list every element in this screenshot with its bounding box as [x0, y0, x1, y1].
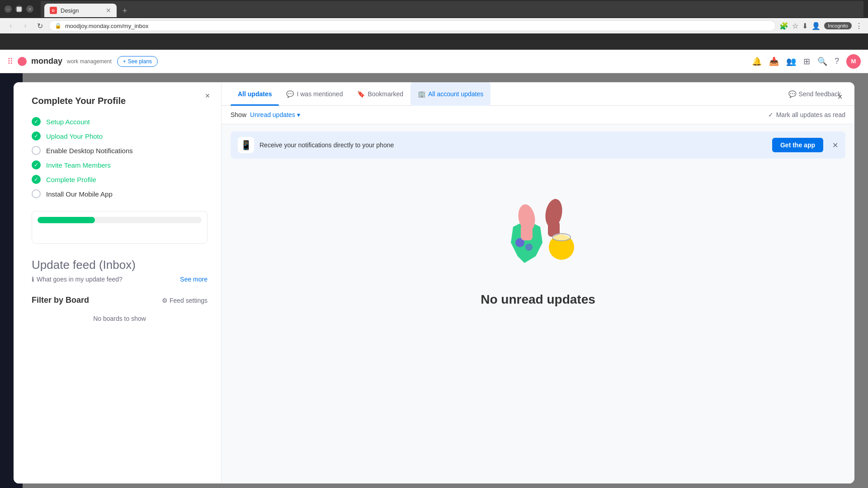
address-text: moodjoy.monday.com/my_inbox	[65, 23, 149, 29]
no-updates-title: No unread updates	[481, 292, 595, 307]
filter-bar: Show Unread updates ▾ ✓ Mark all updates…	[222, 106, 854, 124]
right-panel: All updates 💬 I was mentioned 🔖 Bookmark…	[222, 82, 854, 483]
panel-close-button[interactable]: ×	[201, 89, 214, 102]
menu-icon[interactable]: ⋮	[855, 22, 863, 30]
user-avatar[interactable]: M	[846, 54, 861, 69]
bookmarked-tab-icon: 🔖	[357, 90, 365, 98]
see-plans-label: See plans	[128, 58, 152, 65]
tab-all-updates-label: All updates	[238, 90, 272, 98]
see-more-link[interactable]: See more	[180, 276, 208, 283]
grid-icon[interactable]: ⊞	[803, 56, 810, 66]
show-label: Show	[231, 111, 246, 118]
see-plans-plus-icon: +	[123, 58, 126, 65]
progress-container	[32, 211, 208, 244]
account-tab-icon: 🏢	[418, 90, 425, 98]
check-icon-photo: ✓	[32, 131, 41, 141]
check-item-setup[interactable]: ✓ Setup Account	[32, 117, 208, 126]
maximize-button[interactable]: ⬜	[15, 5, 23, 13]
no-boards-text: No boards to show	[32, 310, 208, 327]
profile-icon[interactable]: 👤	[811, 22, 821, 30]
check-label-photo: Upload Your Photo	[46, 132, 103, 140]
back-button[interactable]: ‹	[5, 20, 16, 31]
filter-dropdown[interactable]: Unread updates ▾	[250, 111, 300, 118]
check-label-invite: Invite Team Members	[46, 161, 111, 169]
search-icon[interactable]: 🔍	[817, 56, 827, 66]
update-feed-info-link[interactable]: ℹ What goes in my update feed?	[32, 276, 123, 283]
check-label-setup: Setup Account	[46, 118, 90, 126]
filter-board-section: Filter by Board ⚙ Feed settings No board…	[32, 296, 208, 327]
browser-toolbar: ‹ › ↻ 🔒 moodjoy.monday.com/my_inbox 🧩 ☆ …	[0, 18, 868, 33]
bookmark-star-icon[interactable]: ☆	[792, 22, 798, 30]
download-icon[interactable]: ⬇	[802, 22, 808, 30]
info-circle-icon: ℹ	[32, 276, 34, 283]
tab-account-updates-label: All account updates	[428, 90, 483, 98]
panel-close-icon: ×	[205, 91, 210, 101]
profile-title: Complete Your Profile	[32, 96, 208, 106]
progress-bar-wrapper	[38, 217, 202, 223]
tab-close-icon[interactable]: ✕	[106, 7, 111, 14]
inbox-icon[interactable]: 📥	[769, 56, 779, 66]
banner-text: Receive your notifications directly to y…	[259, 141, 767, 149]
update-feed-title: Update feed (Inbox)	[32, 258, 208, 272]
help-icon[interactable]: ?	[835, 56, 839, 66]
tab-bookmarked[interactable]: 🔖 Bookmarked	[350, 82, 410, 106]
tab-bookmarked-label: Bookmarked	[368, 90, 403, 98]
new-tab-button[interactable]: +	[118, 5, 131, 17]
logo-sub-text: work management	[67, 58, 112, 65]
check-icon-mobile	[32, 189, 41, 198]
see-plans-button[interactable]: + See plans	[117, 56, 158, 67]
update-feed-section: Update feed (Inbox) ℹ What goes in my up…	[32, 258, 208, 283]
feed-settings-link[interactable]: ⚙ Feed settings	[162, 297, 208, 304]
empty-illustration-svg	[488, 184, 588, 283]
incognito-badge: Incognito	[824, 22, 852, 29]
check-icon-setup: ✓	[32, 117, 41, 126]
empty-state: No unread updates	[222, 166, 854, 483]
modal-close-button[interactable]: ×	[833, 89, 847, 104]
browser-chrome: ─ ⬜ ✕ D Design ✕ + ‹ › ↻ 🔒 moodjoy.monda…	[0, 0, 868, 50]
get-app-button[interactable]: Get the app	[772, 138, 823, 152]
svg-point-3	[525, 244, 533, 251]
tab-mentioned[interactable]: 💬 I was mentioned	[279, 82, 350, 106]
logo-dots-icon: ⠿	[7, 56, 13, 66]
mark-read-button[interactable]: ✓ Mark all updates as read	[768, 111, 845, 118]
forward-button[interactable]: ›	[20, 20, 31, 31]
show-filter: Show Unread updates ▾	[231, 111, 300, 118]
checklist: ✓ Setup Account ✓ Upload Your Photo Enab…	[32, 117, 208, 198]
check-icon-invite: ✓	[32, 160, 41, 169]
reload-button[interactable]: ↻	[34, 20, 45, 31]
tab-title-text: Design	[61, 7, 102, 14]
svg-point-0	[18, 57, 27, 66]
update-feed-subtitle: (Inbox)	[99, 258, 136, 272]
check-item-notifications[interactable]: Enable Desktop Notifications	[32, 146, 208, 155]
tab-mentioned-label: I was mentioned	[297, 90, 343, 98]
check-item-profile[interactable]: ✓ Complete Profile	[32, 175, 208, 184]
mentioned-tab-icon: 💬	[286, 90, 294, 98]
check-label-profile: Complete Profile	[46, 176, 96, 183]
close-button[interactable]: ✕	[26, 5, 33, 13]
progress-bar-fill	[38, 217, 95, 223]
tab-favicon: D	[50, 7, 57, 14]
tab-account-updates[interactable]: 🏢 All account updates	[410, 82, 491, 106]
check-item-mobile[interactable]: Install Our Mobile App	[32, 189, 208, 198]
checkmark-icon: ✓	[768, 111, 774, 118]
banner-close-icon[interactable]: ✕	[832, 141, 838, 150]
check-label-notifications: Enable Desktop Notifications	[46, 147, 133, 155]
check-icon-notifications	[32, 146, 41, 155]
active-tab[interactable]: D Design ✕	[44, 4, 117, 17]
tabs-bar: All updates 💬 I was mentioned 🔖 Bookmark…	[222, 82, 854, 106]
check-item-invite[interactable]: ✓ Invite Team Members	[32, 160, 208, 169]
svg-rect-6	[521, 225, 533, 240]
feed-settings-text: Feed settings	[170, 297, 208, 304]
main-modal: × × Complete Your Profile ✓ Setup Accoun…	[14, 82, 854, 483]
minimize-button[interactable]: ─	[5, 5, 12, 13]
address-bar[interactable]: 🔒 moodjoy.monday.com/my_inbox	[49, 20, 776, 31]
tab-all-updates[interactable]: All updates	[231, 82, 279, 106]
extension-icon[interactable]: 🧩	[779, 22, 788, 30]
check-item-photo[interactable]: ✓ Upload Your Photo	[32, 131, 208, 141]
people-icon[interactable]: 👥	[786, 56, 796, 66]
monday-logo: ⠿ monday work management	[7, 56, 112, 67]
update-feed-info-text: What goes in my update feed?	[37, 276, 123, 283]
bell-icon[interactable]: 🔔	[752, 56, 762, 66]
chevron-down-icon: ▾	[297, 111, 300, 118]
empty-illustration	[488, 184, 588, 283]
